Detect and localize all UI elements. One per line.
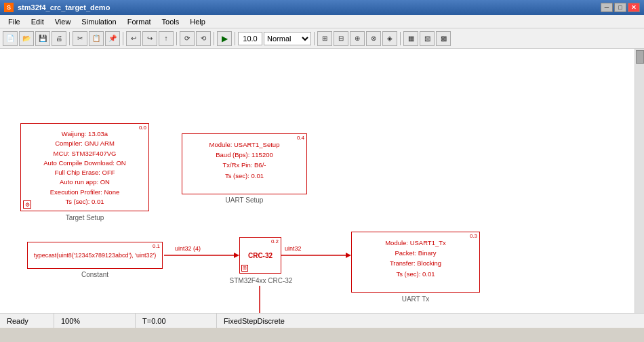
save-button[interactable]: 💾 <box>35 31 50 46</box>
open-button[interactable]: 📂 <box>19 31 34 46</box>
menu-bar: File Edit View Simulation Format Tools H… <box>0 15 644 28</box>
status-mode: FixedStepDiscrete <box>217 314 644 328</box>
title-bar: S stm32f4_crc_target_demo ─ □ ✕ <box>0 0 644 15</box>
uart-tx-content: Module: USART1_Tx Packet: Binary Transfe… <box>356 235 475 279</box>
menu-simulation[interactable]: Simulation <box>76 16 121 27</box>
crc32-title: CRC-32 <box>248 252 273 259</box>
mode-select[interactable]: Normal Accelerator Rapid Accelerator <box>264 32 311 45</box>
uart-setup-id: 0.4 <box>297 135 304 141</box>
back-button[interactable]: ⟳ <box>180 31 195 46</box>
uart-tx-id: 0.3 <box>470 233 477 239</box>
paste-button[interactable]: 📌 <box>105 31 120 46</box>
constant-value: typecast(uint8('12345x789123abcd'), 'uin… <box>34 252 157 259</box>
scrollbar-vertical[interactable] <box>635 49 644 313</box>
app-icon: S <box>4 3 14 12</box>
window-controls: ─ □ ✕ <box>601 3 640 12</box>
sep2 <box>123 32 123 45</box>
uart-setup-block[interactable]: 0.4 Module: USART1_Setup Baud (Bps): 115… <box>182 133 307 194</box>
new-button[interactable]: 📄 <box>3 31 18 46</box>
uart-setup-label: UART Setup <box>182 196 307 204</box>
undo-button[interactable]: ↩ <box>126 31 141 46</box>
status-percent: 100% <box>54 314 136 328</box>
sep4 <box>214 32 214 45</box>
close-button[interactable]: ✕ <box>628 3 640 12</box>
uart-tx-label: UART Tx <box>351 295 480 303</box>
menu-view[interactable]: View <box>49 16 77 27</box>
target-btn5[interactable]: ◈ <box>382 31 397 46</box>
uart-setup-content: Module: USART1_Setup Baud (Bps): 115200 … <box>186 137 302 181</box>
svg-text:uint32 (4): uint32 (4) <box>175 245 201 252</box>
status-ready: Ready <box>0 314 54 328</box>
target-btn4[interactable]: ⊗ <box>366 31 381 46</box>
status-bar: Ready 100% T=0.00 FixedStepDiscrete <box>0 313 644 328</box>
target-setup-id: 0.0 <box>139 125 146 131</box>
sep3 <box>176 32 177 45</box>
svg-marker-1 <box>234 253 239 258</box>
constant-block[interactable]: 0.1 typecast(uint8('12345x789123abcd'), … <box>27 242 163 269</box>
cut-button[interactable]: ✂ <box>73 31 87 46</box>
target-btn3[interactable]: ⊕ <box>350 31 365 46</box>
crc32-id: 0.2 <box>271 238 279 244</box>
hw-btn2[interactable]: ▧ <box>420 31 435 46</box>
scroll-thumb[interactable] <box>636 50 644 64</box>
play-button[interactable]: ▶ <box>217 31 232 46</box>
menu-help[interactable]: Help <box>184 16 211 27</box>
target-setup-content: Waijung: 13.03a Compiler: GNU ARM MCU: S… <box>25 127 144 207</box>
maximize-button[interactable]: □ <box>614 3 626 12</box>
print-button[interactable]: 🖨 <box>52 31 66 46</box>
menu-tools[interactable]: Tools <box>157 16 185 27</box>
up-button[interactable]: ↑ <box>159 31 174 46</box>
menu-file[interactable]: File <box>3 16 26 27</box>
target-btn1[interactable]: ⊞ <box>317 31 332 46</box>
canvas-area[interactable]: uint32 (4) uint32 uint32 0.0 Waijung: 13… <box>0 49 644 313</box>
menu-edit[interactable]: Edit <box>26 16 49 27</box>
sep6 <box>314 32 315 45</box>
window-title: stm32f4_crc_target_demo <box>18 3 601 12</box>
svg-marker-3 <box>346 253 351 258</box>
toolbar: 📄 📂 💾 🖨 ✂ 📋 📌 ↩ ↪ ↑ ⟳ ⟲ ▶ Normal Acceler… <box>0 28 644 49</box>
target-btn2[interactable]: ⊟ <box>334 31 348 46</box>
constant-label: Constant <box>27 271 163 278</box>
target-setup-label: Target Setup <box>20 214 149 221</box>
uart-tx-block[interactable]: 0.3 Module: USART1_Tx Packet: Binary Tra… <box>351 232 480 293</box>
fwd-button[interactable]: ⟲ <box>196 31 211 46</box>
crc32-label: STM32F4xx CRC-32 <box>227 277 295 284</box>
redo-button[interactable]: ↪ <box>142 31 157 46</box>
sep5 <box>235 32 235 45</box>
crc32-block[interactable]: 0.2 CRC-32 ⊞ <box>239 237 281 274</box>
hw-btn1[interactable]: ▦ <box>403 31 418 46</box>
sep1 <box>69 32 70 45</box>
status-time: T=0.00 <box>136 314 217 328</box>
sep7 <box>400 32 401 45</box>
crc32-icon: ⊞ <box>241 265 248 272</box>
svg-text:uint32: uint32 <box>285 245 302 252</box>
copy-button[interactable]: 📋 <box>89 31 104 46</box>
step-input[interactable] <box>238 32 262 45</box>
menu-format[interactable]: Format <box>122 16 157 27</box>
target-setup-icon: ⚙ <box>23 200 31 209</box>
hw-btn3[interactable]: ▩ <box>436 31 451 46</box>
constant-id: 0.1 <box>153 243 160 249</box>
target-setup-block[interactable]: 0.0 Waijung: 13.03a Compiler: GNU ARM MC… <box>20 123 149 211</box>
minimize-button[interactable]: ─ <box>601 3 613 12</box>
